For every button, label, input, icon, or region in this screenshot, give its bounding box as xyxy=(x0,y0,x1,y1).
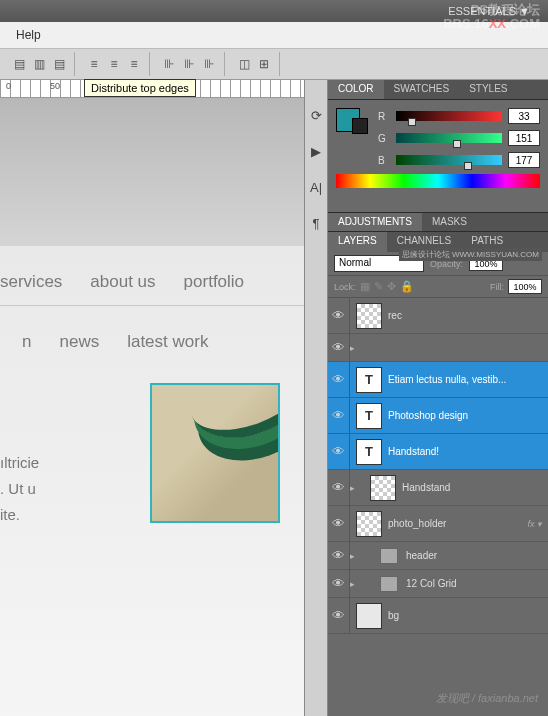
fill-input[interactable]: 100% xyxy=(508,279,542,294)
type-layer-icon[interactable]: T xyxy=(356,439,382,465)
misc-group: ◫ ⊞ xyxy=(229,52,280,76)
nav-services[interactable]: services xyxy=(0,272,62,292)
slider-r[interactable] xyxy=(396,111,502,121)
lock-all-icon[interactable]: 🔒 xyxy=(400,280,414,293)
layer-group-row[interactable]: 👁 ▸ xyxy=(328,334,548,362)
visibility-toggle[interactable]: 👁 xyxy=(328,398,350,433)
color-spectrum[interactable] xyxy=(336,174,540,188)
distribute-top-icon[interactable]: ≡ xyxy=(85,55,103,73)
photo-placeholder[interactable] xyxy=(150,383,280,523)
expand-icon[interactable]: ▸ xyxy=(350,343,360,353)
options-toolbar: ▤ ▥ ▤ ≡ ≡ ≡ ⊪ ⊪ ⊪ ◫ ⊞ Distribute top edg… xyxy=(0,48,548,80)
visibility-toggle[interactable]: 👁 xyxy=(328,470,350,505)
3d-icon[interactable]: ⊞ xyxy=(255,55,273,73)
layer-thumb[interactable] xyxy=(356,603,382,629)
menu-help[interactable]: Help xyxy=(8,24,49,46)
type-layer-icon[interactable]: T xyxy=(356,403,382,429)
visibility-toggle[interactable]: 👁 xyxy=(328,598,350,633)
input-r[interactable]: 33 xyxy=(508,108,540,124)
slider-g[interactable] xyxy=(396,133,502,143)
layer-row[interactable]: 👁 T Handstand! xyxy=(328,434,548,470)
nav-about[interactable]: about us xyxy=(90,272,155,292)
nav-news[interactable]: news xyxy=(59,332,99,352)
folder-icon[interactable] xyxy=(380,548,398,564)
layer-list: 👁 rec 👁 ▸ 👁 T Etiam lectus nulla, vestib… xyxy=(328,298,548,716)
distribute-hcenter-icon[interactable]: ⊪ xyxy=(180,55,198,73)
layer-group-row[interactable]: 👁 ▸ header xyxy=(328,542,548,570)
nav-portfolio[interactable]: portfolio xyxy=(184,272,244,292)
layer-thumb[interactable] xyxy=(356,303,382,329)
color-panel: R 33 G 151 B 177 xyxy=(328,100,548,212)
layer-row[interactable]: 👁 T Photoshop design xyxy=(328,398,548,434)
paragraph-icon[interactable]: ¶ xyxy=(307,216,325,234)
tab-layers[interactable]: LAYERS xyxy=(328,232,387,252)
actions-icon[interactable]: ▶ xyxy=(307,144,325,162)
folder-icon[interactable] xyxy=(380,576,398,592)
align-left-icon[interactable]: ▤ xyxy=(10,55,28,73)
layers-panel: LAYERS CHANNELS PATHS Normal Opacity: 10… xyxy=(328,232,548,716)
canvas-area[interactable]: 0 50 services about us portfolio n news … xyxy=(0,80,304,716)
layer-row[interactable]: 👁 bg xyxy=(328,598,548,634)
watermark-mid: 思缘设计论坛 WWW.MISSYUAN.COM xyxy=(399,248,542,261)
right-panels: COLOR SWATCHES STYLES R 33 G 151 B 1 xyxy=(328,80,548,716)
layer-row[interactable]: 👁 rec xyxy=(328,298,548,334)
expand-icon[interactable]: ▸ xyxy=(350,579,360,589)
layer-thumb[interactable] xyxy=(356,511,382,537)
watermark-top: PS教程论坛 BBS.16XX.COM xyxy=(443,3,540,31)
visibility-toggle[interactable]: 👁 xyxy=(328,434,350,469)
layer-group-row[interactable]: 👁 ▸ 12 Col Grid xyxy=(328,570,548,598)
visibility-toggle[interactable]: 👁 xyxy=(328,506,350,541)
distribute-group-2: ⊪ ⊪ ⊪ xyxy=(154,52,225,76)
distribute-group-1: ≡ ≡ ≡ xyxy=(79,52,150,76)
visibility-toggle[interactable]: 👁 xyxy=(328,362,350,397)
tooltip: Distribute top edges xyxy=(84,79,196,97)
tab-styles[interactable]: STYLES xyxy=(459,80,517,99)
document-canvas[interactable]: services about us portfolio n news lates… xyxy=(0,98,304,716)
nav-latest[interactable]: latest work xyxy=(127,332,208,352)
input-g[interactable]: 151 xyxy=(508,130,540,146)
visibility-toggle[interactable]: 👁 xyxy=(328,334,350,361)
lock-transparent-icon[interactable]: ▦ xyxy=(360,280,370,293)
align-group-1: ▤ ▥ ▤ xyxy=(4,52,75,76)
nav-row-2: n news latest work xyxy=(0,332,304,352)
distribute-left-icon[interactable]: ⊪ xyxy=(160,55,178,73)
expand-icon[interactable]: ▸ xyxy=(350,483,360,493)
input-b[interactable]: 177 xyxy=(508,152,540,168)
align-right-icon[interactable]: ▤ xyxy=(50,55,68,73)
tab-swatches[interactable]: SWATCHES xyxy=(384,80,460,99)
distribute-bottom-icon[interactable]: ≡ xyxy=(125,55,143,73)
layer-thumb[interactable] xyxy=(370,475,396,501)
tab-color[interactable]: COLOR xyxy=(328,80,384,99)
lock-paint-icon[interactable]: ✎ xyxy=(374,280,383,293)
visibility-toggle[interactable]: 👁 xyxy=(328,570,350,597)
adjustments-tabs: ADJUSTMENTS MASKS xyxy=(328,212,548,232)
divider xyxy=(0,305,304,306)
type-layer-icon[interactable]: T xyxy=(356,367,382,393)
character-icon[interactable]: A| xyxy=(307,180,325,198)
distribute-vcenter-icon[interactable]: ≡ xyxy=(105,55,123,73)
visibility-toggle[interactable]: 👁 xyxy=(328,298,350,333)
body-text: ıltricie . Ut u ite. xyxy=(0,450,39,528)
history-icon[interactable]: ⟳ xyxy=(307,108,325,126)
collapsed-panels: ⟳ ▶ A| ¶ xyxy=(304,80,328,716)
slider-b[interactable] xyxy=(396,155,502,165)
layer-row[interactable]: 👁 photo_holder fx ▾ xyxy=(328,506,548,542)
auto-align-icon[interactable]: ◫ xyxy=(235,55,253,73)
align-center-icon[interactable]: ▥ xyxy=(30,55,48,73)
background-color[interactable] xyxy=(352,118,368,134)
lock-position-icon[interactable]: ✥ xyxy=(387,280,396,293)
layer-row[interactable]: 👁 T Etiam lectus nulla, vestib... xyxy=(328,362,548,398)
tab-masks[interactable]: MASKS xyxy=(422,213,477,231)
visibility-toggle[interactable]: 👁 xyxy=(328,542,350,569)
color-panel-tabs: COLOR SWATCHES STYLES xyxy=(328,80,548,100)
distribute-right-icon[interactable]: ⊪ xyxy=(200,55,218,73)
nav-row-1: services about us portfolio xyxy=(0,272,304,292)
watermark-bottom: 发现吧 / faxianba.net xyxy=(436,691,538,706)
tab-adjustments[interactable]: ADJUSTMENTS xyxy=(328,213,422,231)
expand-icon[interactable]: ▸ xyxy=(350,551,360,561)
fx-badge[interactable]: fx ▾ xyxy=(521,519,548,529)
layer-row[interactable]: 👁 ▸ Handstand xyxy=(328,470,548,506)
